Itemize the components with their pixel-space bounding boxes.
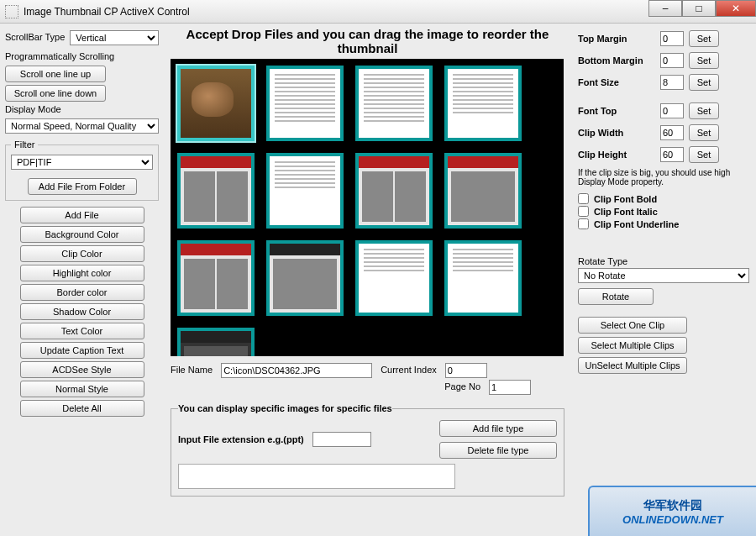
- clip-height-label: Clip Height: [578, 150, 655, 160]
- font-size-set-button[interactable]: Set: [689, 74, 719, 91]
- close-button[interactable]: ✕: [716, 0, 756, 17]
- clip-font-bold-checkbox[interactable]: [578, 193, 589, 204]
- thumbnail-item[interactable]: [177, 66, 255, 141]
- bottom-margin-set-button[interactable]: Set: [689, 52, 719, 69]
- rotate-button[interactable]: Rotate: [578, 288, 654, 305]
- clip-size-note: If the clip size is big, you should use …: [578, 168, 749, 187]
- thumbnail-item[interactable]: [266, 66, 344, 141]
- delete-file-type-button[interactable]: Delete file type: [439, 442, 557, 459]
- clip-width-set-button[interactable]: Set: [689, 124, 719, 141]
- clip-height-set-button[interactable]: Set: [689, 146, 719, 163]
- add-file-button[interactable]: Add File: [20, 207, 144, 223]
- bottom-margin-field[interactable]: [660, 53, 684, 68]
- window-buttons: – □ ✕: [648, 0, 756, 17]
- top-margin-field[interactable]: [660, 31, 684, 46]
- file-info-row: File Name Current Index: [171, 363, 564, 378]
- text-color-button[interactable]: Text Color: [20, 323, 144, 339]
- thumbnail-item[interactable]: [177, 240, 255, 316]
- left-panel: ScrollBar Type Vertical Programmatically…: [0, 24, 164, 536]
- shadow-color-button[interactable]: Shadow Color: [20, 303, 144, 320]
- bottom-margin-label: Bottom Margin: [578, 55, 655, 66]
- filter-legend: Filter: [11, 139, 38, 150]
- clip-font-italic-label: Clip Font Italic: [594, 207, 658, 217]
- thumbnail-item[interactable]: [266, 240, 344, 316]
- file-name-field[interactable]: [221, 363, 372, 378]
- font-top-set-button[interactable]: Set: [689, 102, 719, 119]
- font-top-field[interactable]: [660, 103, 684, 118]
- font-size-label: Font Size: [578, 77, 655, 87]
- select-multiple-clips-button[interactable]: Select Multiple Clips: [578, 337, 687, 354]
- display-mode-label: Display Mode: [5, 104, 159, 114]
- heading: Accept Drop Files and you can drag the i…: [171, 27, 564, 55]
- titlebar: Image Thumbnail CP ActiveX Control – □ ✕: [0, 0, 756, 24]
- add-from-folder-button[interactable]: Add File From Folder: [28, 178, 137, 195]
- rotate-type-label: Rotate Type: [578, 256, 749, 266]
- border-color-button[interactable]: Border color: [20, 284, 144, 301]
- clip-color-button[interactable]: Clip Color: [20, 245, 144, 262]
- select-one-clip-button[interactable]: Select One Clip: [578, 317, 687, 334]
- normal-style-button[interactable]: Normal Style: [20, 381, 144, 397]
- display-mode-select[interactable]: Normal Speed, Normal Quality: [5, 118, 159, 134]
- top-margin-label: Top Margin: [578, 34, 655, 44]
- add-file-type-button[interactable]: Add file type: [439, 420, 557, 437]
- scroll-up-button[interactable]: Scroll one line up: [5, 66, 106, 82]
- app-icon: [5, 5, 18, 18]
- minimize-button[interactable]: –: [648, 0, 682, 17]
- clip-width-label: Clip Width: [578, 128, 655, 138]
- thumbnail-item[interactable]: [355, 66, 433, 141]
- scrollbar-type-select[interactable]: Vertical: [70, 30, 159, 45]
- file-type-list[interactable]: [178, 464, 455, 489]
- watermark-badge: 华军软件园 ONLINEDOWN.NET: [588, 486, 756, 536]
- filter-fieldset: Filter PDF|TIF Add File From Folder: [5, 139, 159, 201]
- prog-scroll-label: Programmatically Scrolling: [5, 51, 159, 61]
- input-ext-field[interactable]: [312, 432, 371, 447]
- thumbnail-item[interactable]: [355, 153, 433, 229]
- thumbnail-grid[interactable]: [171, 59, 564, 356]
- delete-all-button[interactable]: Delete All: [20, 400, 144, 417]
- thumbnail-item[interactable]: [177, 328, 255, 356]
- clip-font-underline-label: Clip Font Underline: [594, 219, 679, 229]
- right-panel: Top Margin Set Bottom Margin Set Font Si…: [571, 24, 756, 536]
- thumbnail-item[interactable]: [266, 153, 344, 229]
- scrollbar-type-label: ScrollBar Type: [5, 32, 65, 42]
- maximize-button[interactable]: □: [682, 0, 716, 17]
- update-caption-button[interactable]: Update Caption Text: [20, 342, 144, 359]
- center-panel: Accept Drop Files and you can drag the i…: [164, 24, 571, 536]
- current-index-label: Current Index: [381, 365, 437, 375]
- scroll-down-button[interactable]: Scroll one line down: [5, 85, 106, 102]
- clip-font-italic-checkbox[interactable]: [578, 206, 589, 217]
- top-margin-set-button[interactable]: Set: [689, 30, 719, 47]
- input-ext-label: Input File extension e.g.(ppt): [178, 434, 304, 444]
- specific-images-legend: You can display specific images for spec…: [178, 403, 392, 413]
- font-top-label: Font Top: [578, 106, 655, 116]
- clip-height-field[interactable]: [660, 147, 684, 162]
- clip-font-bold-label: Clip Font Bold: [594, 194, 657, 204]
- thumbnail-item[interactable]: [444, 153, 522, 229]
- thumbnail-item[interactable]: [177, 153, 255, 229]
- highlight-color-button[interactable]: Highlight color: [20, 265, 144, 281]
- acdsee-style-button[interactable]: ACDSee Style: [20, 361, 144, 378]
- clip-width-field[interactable]: [660, 125, 684, 140]
- clip-font-underline-checkbox[interactable]: [578, 218, 589, 229]
- file-name-label: File Name: [171, 365, 213, 375]
- specific-images-fieldset: You can display specific images for spec…: [171, 403, 564, 497]
- thumbnail-item[interactable]: [444, 240, 522, 316]
- page-no-row: Page No: [171, 380, 564, 395]
- thumbnail-item[interactable]: [444, 66, 522, 141]
- window-title: Image Thumbnail CP ActiveX Control: [24, 6, 190, 18]
- page-no-label: Page No: [444, 381, 480, 391]
- thumbnail-item[interactable]: [355, 240, 433, 316]
- page-no-field[interactable]: [489, 380, 531, 395]
- current-index-field[interactable]: [445, 363, 487, 378]
- watermark-cn: 华军软件园: [643, 498, 702, 513]
- font-size-field[interactable]: [660, 75, 684, 90]
- unselect-multiple-clips-button[interactable]: UnSelect Multiple Clips: [578, 357, 687, 374]
- filter-select[interactable]: PDF|TIF: [11, 155, 153, 170]
- rotate-type-select[interactable]: No Rotate: [578, 268, 749, 283]
- watermark-en: ONLINEDOWN.NET: [622, 513, 723, 526]
- background-color-button[interactable]: Background Color: [20, 226, 144, 243]
